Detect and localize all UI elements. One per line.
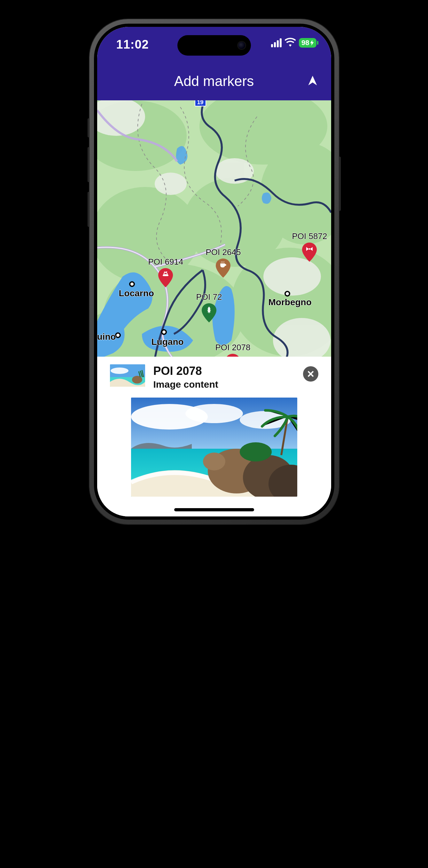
map-marker[interactable]: POI 2645 (206, 247, 241, 278)
cellular-icon (271, 38, 282, 47)
route-badge: 19 (195, 100, 206, 106)
battery-indicator: 98 (299, 38, 316, 48)
close-icon (308, 371, 313, 376)
bowtie-icon (306, 245, 313, 253)
coffee-icon (219, 261, 227, 269)
detail-image (131, 398, 297, 497)
city-label-luino: uino (97, 332, 116, 342)
tree-icon (205, 306, 213, 313)
map-marker[interactable]: POI 6914 (148, 257, 183, 287)
city-label-morbegno: Morbegno (269, 297, 312, 307)
app-header: Add markers (97, 62, 331, 100)
marker-pin (202, 303, 216, 322)
camera-dot (238, 42, 245, 49)
marker-label: POI 72 (196, 292, 222, 302)
marker-detail-sheet: POI 2078 Image content (97, 356, 331, 517)
home-indicator[interactable] (174, 508, 254, 512)
locate-button[interactable] (307, 75, 318, 88)
marker-pin (158, 268, 173, 287)
svg-point-12 (155, 173, 187, 195)
svg-point-28 (240, 442, 272, 462)
detail-title: POI 2078 (153, 364, 295, 378)
marker-label: POI 6914 (148, 257, 183, 267)
map-marker[interactable]: POI 5872 (292, 231, 327, 262)
wifi-icon (285, 38, 296, 48)
marker-label: POI 5872 (292, 231, 327, 241)
svg-point-27 (203, 453, 225, 470)
detail-thumbnail (110, 364, 145, 387)
page-title: Add markers (174, 73, 254, 89)
marker-pin (216, 258, 231, 278)
marker-label: POI 2078 (215, 343, 251, 352)
city-dot-lugano (161, 329, 167, 335)
marker-pin (225, 354, 240, 356)
marker-pin (302, 243, 317, 262)
city-dot-locarno (129, 281, 135, 287)
marker-label: POI 2645 (206, 247, 241, 257)
phone-frame: 11:02 98 (90, 19, 339, 524)
svg-point-17 (111, 368, 128, 374)
battery-percent: 98 (301, 39, 309, 47)
food-icon (162, 271, 170, 278)
city-label-lugano: Lugano (152, 337, 184, 347)
map-canvas[interactable]: 19 Locarno Lugano Morbegno uino (97, 100, 331, 356)
city-label-locarno: Locarno (119, 288, 154, 299)
map-marker[interactable]: POI 2078 (215, 343, 251, 356)
map-marker[interactable]: POI 72 (196, 292, 222, 322)
svg-point-10 (264, 257, 321, 296)
dynamic-island (177, 35, 251, 56)
close-button[interactable] (303, 366, 318, 381)
city-dot-morbegno (284, 291, 290, 297)
svg-point-21 (185, 404, 243, 423)
status-time: 11:02 (116, 38, 149, 52)
detail-subtitle: Image content (153, 379, 295, 390)
